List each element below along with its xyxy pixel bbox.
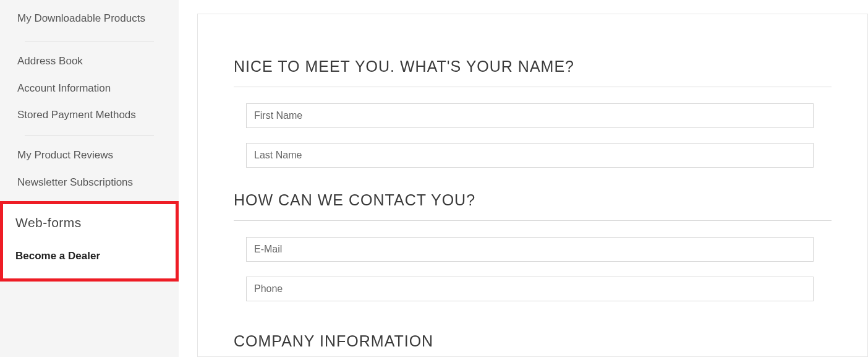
section-heading-contact: HOW CAN WE CONTACT YOU?	[234, 191, 832, 221]
email-input[interactable]	[246, 237, 814, 262]
nav-divider	[25, 135, 154, 135]
nav-divider	[25, 41, 154, 41]
phone-input[interactable]	[246, 277, 814, 301]
section-heading-name: NICE TO MEET YOU. WHAT'S YOUR NAME?	[234, 58, 832, 87]
section-heading-company: COMPANY INFORMATION	[234, 332, 832, 357]
sidebar-item-downloadable-products[interactable]: My Downloadable Products	[17, 0, 161, 35]
last-name-input[interactable]	[246, 143, 814, 168]
sidebar-item-account-information[interactable]: Account Information	[17, 75, 161, 102]
webforms-title: Web-forms	[15, 215, 163, 230]
sidebar-item-my-product-reviews[interactable]: My Product Reviews	[17, 142, 161, 169]
name-field-group	[234, 87, 832, 191]
first-name-input[interactable]	[246, 103, 814, 128]
main-content: NICE TO MEET YOU. WHAT'S YOUR NAME? HOW …	[179, 0, 868, 357]
sidebar-item-stored-payment-methods[interactable]: Stored Payment Methods	[17, 101, 161, 129]
sidebar-item-newsletter-subscriptions[interactable]: Newsletter Subscriptions	[17, 169, 161, 196]
sidebar-item-address-book[interactable]: Address Book	[17, 48, 161, 75]
account-nav: My Downloadable Products Address Book Ac…	[0, 0, 179, 196]
webforms-link-become-dealer[interactable]: Become a Dealer	[15, 250, 163, 262]
contact-field-group	[234, 221, 832, 325]
dealer-form-card: NICE TO MEET YOU. WHAT'S YOUR NAME? HOW …	[197, 14, 868, 357]
webforms-panel: Web-forms Become a Dealer	[0, 201, 179, 282]
account-sidebar: My Downloadable Products Address Book Ac…	[0, 0, 179, 357]
